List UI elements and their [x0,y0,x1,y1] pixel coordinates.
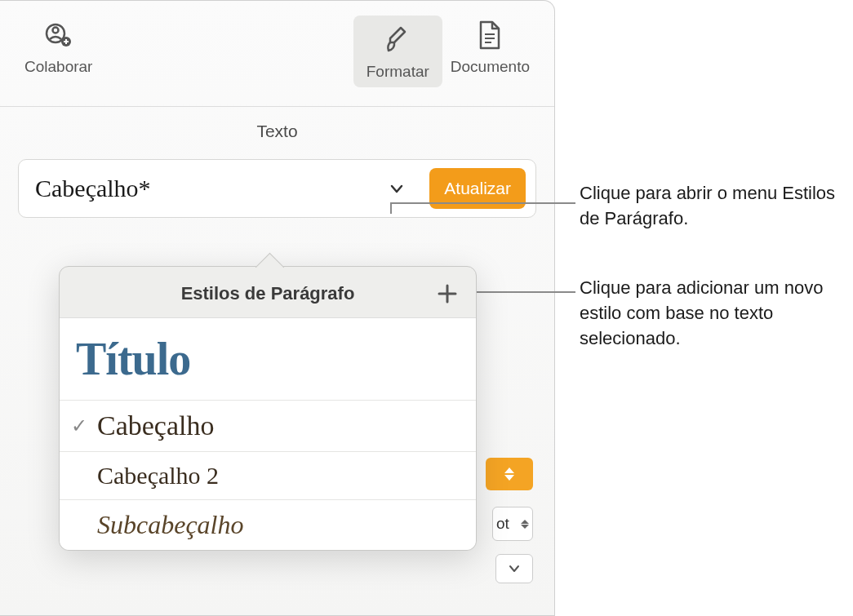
svg-point-1 [52,28,58,33]
callout-line [390,202,392,214]
plus-icon [437,283,458,304]
style-item-subheading[interactable]: Subcabeçalho [60,500,476,550]
collaborate-button[interactable]: Colaborar [16,16,100,79]
callout-line [475,291,575,293]
stepper-widget[interactable] [486,458,533,490]
paragraph-styles-popover: Estilos de Parágrafo Título ✓ Cabeçalho … [59,266,477,551]
check-icon: ✓ [71,414,87,437]
style-label: Cabeçalho [97,410,215,441]
add-style-button[interactable] [435,281,460,306]
dropdown-widget[interactable] [495,554,533,583]
style-label: Cabeçalho 2 [97,462,219,489]
style-list: Título ✓ Cabeçalho Cabeçalho 2 Subcabeça… [60,317,476,550]
toolbar: Colaborar Formatar Document [0,1,554,107]
callout-add-style: Clique para adicionar um novo estilo com… [580,276,841,351]
font-size-field[interactable]: ot [492,507,533,541]
style-label: Subcabeçalho [97,510,244,539]
font-size-suffix: ot [493,515,509,533]
style-item-title[interactable]: Título [60,318,476,401]
tab-text[interactable]: Texto [240,118,313,144]
format-panel: Texto Cabeçalho* Atualizar [0,107,554,218]
document-button[interactable]: Documento [442,16,538,79]
format-button[interactable]: Formatar [353,16,442,87]
document-label: Documento [451,58,530,76]
document-icon [473,19,506,51]
callout-line [391,202,575,204]
format-label: Formatar [367,63,429,81]
callout-open-menu: Clique para abrir o menu Estilos de Pará… [580,181,841,232]
style-item-heading2[interactable]: Cabeçalho 2 [60,452,476,500]
chevron-down-icon [387,179,407,198]
style-item-heading[interactable]: ✓ Cabeçalho [60,401,476,452]
collaborate-icon [42,19,75,51]
format-icon [381,24,414,56]
collaborate-label: Colaborar [24,58,92,76]
popover-title: Estilos de Parágrafo [100,283,435,304]
paragraph-style-row: Cabeçalho* Atualizar [18,159,536,218]
panel-tabs: Texto [0,107,554,153]
current-style-name: Cabeçalho* [35,175,387,202]
paragraph-style-selector[interactable]: Cabeçalho* [19,160,423,217]
spinner-icon [521,520,529,529]
popover-header: Estilos de Parágrafo [60,267,476,317]
